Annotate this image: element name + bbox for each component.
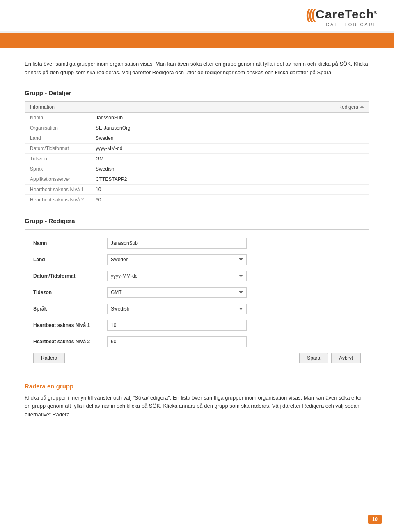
edit-section-title: Grupp - Redigera (25, 217, 369, 224)
table-row: Heartbeat saknas Nivå 260 (25, 194, 369, 205)
details-section-title: Grupp - Detaljer (25, 89, 369, 96)
label-datum: Datum/Tidsformat (33, 271, 107, 279)
form-row-tidszon: Tidszon GMT (33, 287, 361, 298)
logo-name: CareTech® (316, 7, 378, 21)
row-label: Land (25, 133, 91, 143)
form-buttons: Radera Spara Avbryt (33, 353, 361, 363)
label-heartbeat1: Heartbeat saknas Nivå 1 (33, 320, 107, 328)
row-label: Språk (25, 164, 91, 174)
intro-paragraph: En lista över samtliga grupper inom orga… (25, 60, 369, 77)
row-value: yyyy-MM-dd (91, 143, 369, 153)
form-row-sprak: Språk Swedish (33, 304, 361, 314)
input-heartbeat1[interactable] (107, 320, 247, 331)
form-row-heartbeat1: Heartbeat saknas Nivå 1 (33, 320, 361, 331)
field-namn (107, 238, 361, 249)
form-row-datum: Datum/Tidsformat yyyy-MM-dd (33, 271, 361, 281)
logo-brackets-icon: ((( (306, 8, 314, 21)
table-row: OrganisationSE-JanssonOrg (25, 123, 369, 133)
select-tidszon[interactable]: GMT (107, 287, 247, 298)
field-heartbeat1 (107, 320, 361, 331)
redigera-label: Redigera (338, 104, 358, 110)
row-value: SE-JanssonOrg (91, 123, 369, 133)
table-row: NamnJanssonSub (25, 113, 369, 123)
save-button[interactable]: Spara (299, 353, 328, 363)
field-heartbeat2 (107, 336, 361, 347)
orange-bar (0, 33, 394, 48)
main-content: En lista över samtliga grupper inom orga… (0, 48, 394, 436)
row-label: Applikationsserver (25, 174, 91, 184)
row-value: Sweden (91, 133, 369, 143)
field-sprak: Swedish (107, 304, 361, 314)
label-land: Land (33, 254, 107, 263)
table-row: Heartbeat saknas Nivå 110 (25, 184, 369, 194)
form-row-namn: Namn (33, 238, 361, 249)
cancel-button[interactable]: Avbryt (331, 353, 361, 363)
edit-panel: Namn Land Sweden Datum/Tidsformat (25, 229, 369, 370)
select-datum[interactable]: yyyy-MM-dd (107, 271, 247, 281)
logo: ((( CareTech® Call for care (306, 7, 378, 27)
row-value: 10 (91, 184, 369, 194)
row-value: JanssonSub (91, 113, 369, 123)
info-table: NamnJanssonSubOrganisationSE-JanssonOrgL… (25, 113, 369, 205)
row-label: Heartbeat saknas Nivå 2 (25, 194, 91, 205)
form-row-heartbeat2: Heartbeat saknas Nivå 2 (33, 336, 361, 347)
form-row-land: Land Sweden (33, 254, 361, 265)
label-namn: Namn (33, 238, 107, 246)
field-datum: yyyy-MM-dd (107, 271, 361, 281)
redigera-link[interactable]: Redigera (338, 104, 364, 110)
label-sprak: Språk (33, 304, 107, 312)
input-namn[interactable] (107, 238, 247, 249)
bottom-section: Radera en grupp Klicka på grupper i meny… (25, 383, 369, 419)
row-value: Swedish (91, 164, 369, 174)
form-buttons-right: Spara Avbryt (299, 353, 361, 363)
input-heartbeat2[interactable] (107, 336, 247, 347)
delete-button[interactable]: Radera (33, 353, 65, 363)
details-panel: Information Redigera NamnJanssonSubOrgan… (25, 101, 369, 205)
details-panel-header: Information Redigera (25, 102, 369, 113)
header: ((( CareTech® Call for care (0, 0, 394, 33)
bottom-text: Klicka på grupper i menyn till vänster o… (25, 394, 369, 419)
logo-tagline: Call for care (326, 22, 378, 27)
row-value: 60 (91, 194, 369, 205)
table-row: Datum/Tidsformatyyyy-MM-dd (25, 143, 369, 153)
table-row: ApplikationsserverCTTESTAPP2 (25, 174, 369, 184)
row-label: Datum/Tidsformat (25, 143, 91, 153)
row-value: CTTESTAPP2 (91, 174, 369, 184)
row-label: Tidszon (25, 153, 91, 164)
table-row: TidszonGMT (25, 153, 369, 164)
field-tidszon: GMT (107, 287, 361, 298)
label-heartbeat2: Heartbeat saknas Nivå 2 (33, 336, 107, 345)
table-row: LandSweden (25, 133, 369, 143)
row-label: Namn (25, 113, 91, 123)
field-land: Sweden (107, 254, 361, 265)
arrow-up-icon (360, 105, 364, 108)
bottom-title: Radera en grupp (25, 383, 369, 390)
page-number: 10 (368, 515, 382, 524)
select-land[interactable]: Sweden (107, 254, 247, 265)
row-value: GMT (91, 153, 369, 164)
row-label: Heartbeat saknas Nivå 1 (25, 184, 91, 194)
info-panel-label: Information (30, 104, 55, 110)
row-label: Organisation (25, 123, 91, 133)
select-sprak[interactable]: Swedish (107, 304, 247, 314)
label-tidszon: Tidszon (33, 287, 107, 295)
table-row: SpråkSwedish (25, 164, 369, 174)
